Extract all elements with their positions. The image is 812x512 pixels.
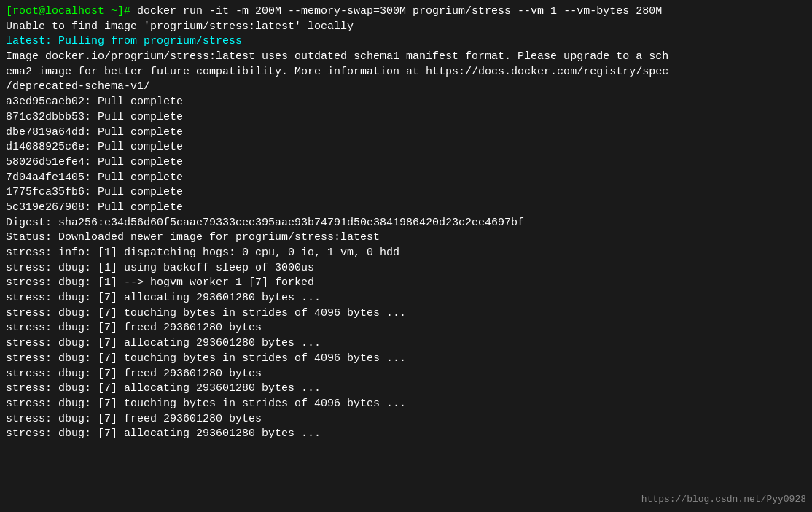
terminal-line: stress: dbug: [7] freed 293601280 bytes (6, 321, 806, 336)
terminal-line: stress: dbug: [7] touching bytes in stri… (6, 352, 806, 367)
terminal-line: dbe7819a64dd: Pull complete (6, 125, 806, 141)
terminal-line: latest: Pulling from progrium/stress (6, 34, 806, 50)
terminal-line: stress: dbug: [1] using backoff sleep of… (6, 261, 806, 276)
terminal-window: [root@localhost ~]# docker run -it -m 20… (0, 0, 812, 512)
terminal-line: stress: dbug: [1] --> hogvm worker 1 [7]… (6, 276, 806, 291)
terminal-line: ema2 image for better future compatibili… (6, 65, 806, 80)
terminal-line: 1775fca35fb6: Pull complete (6, 185, 806, 201)
terminal-line: 5c319e267908: Pull complete (6, 201, 806, 216)
terminal-line: stress: info: [1] dispatching hogs: 0 cp… (6, 246, 806, 261)
terminal-line: 7d04a4fe1405: Pull complete (6, 171, 806, 186)
terminal-line: 871c32dbbb53: Pull complete (6, 110, 806, 125)
terminal-line: Status: Downloaded newer image for progr… (6, 230, 806, 246)
terminal-line: Digest: sha256:e34d56d60f5caae79333cee39… (6, 216, 806, 231)
terminal-line: d14088925c6e: Pull complete (6, 140, 806, 155)
terminal-line: stress: dbug: [7] touching bytes in stri… (6, 397, 806, 412)
terminal-line: stress: dbug: [7] allocating 293601280 b… (6, 291, 806, 306)
terminal-line: a3ed95caeb02: Pull complete (6, 95, 806, 110)
terminal-line: stress: dbug: [7] allocating 293601280 b… (6, 336, 806, 352)
terminal-line: 58026d51efe4: Pull complete (6, 155, 806, 171)
terminal-line: /deprecated-schema-v1/ (6, 79, 806, 95)
terminal-line: Unable to find image 'progrium/stress:la… (6, 20, 806, 35)
terminal-line: stress: dbug: [7] allocating 293601280 b… (6, 381, 806, 397)
terminal-line: stress: dbug: [7] touching bytes in stri… (6, 306, 806, 322)
terminal-line: stress: dbug: [7] freed 293601280 bytes (6, 367, 806, 382)
terminal-line: Image docker.io/progrium/stress:latest u… (6, 50, 806, 65)
terminal-line: stress: dbug: [7] freed 293601280 bytes (6, 412, 806, 427)
terminal-line: stress: dbug: [7] allocating 293601280 b… (6, 427, 806, 442)
watermark: https://blog.csdn.net/Pyy0928 (641, 493, 806, 506)
terminal-line: [root@localhost ~]# docker run -it -m 20… (6, 4, 806, 20)
terminal-output: [root@localhost ~]# docker run -it -m 20… (6, 4, 806, 442)
